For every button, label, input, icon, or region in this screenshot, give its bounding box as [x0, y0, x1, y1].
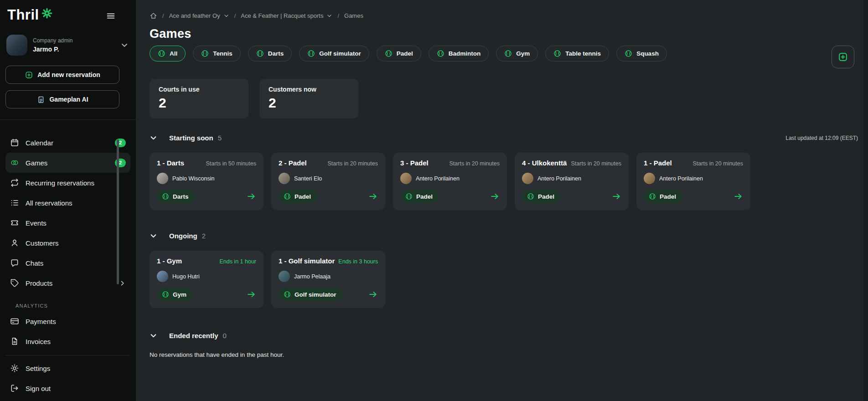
- stat-label: Customers now: [269, 86, 349, 93]
- breadcrumb-label: Games: [344, 12, 363, 19]
- sidebar-item-payments[interactable]: Payments: [5, 311, 130, 331]
- player-name: Antero Porilainen: [416, 175, 460, 182]
- sidebar-divider: [5, 355, 130, 355]
- tennis-ball-icon: [553, 50, 561, 57]
- filter-chip-label: Tennis: [213, 50, 232, 57]
- reservation-card[interactable]: 1 - Padel Starts in 20 minutes Antero Po…: [636, 153, 750, 210]
- avatar: [400, 173, 412, 184]
- filter-chip-table-tennis[interactable]: Table tennis: [545, 46, 609, 62]
- filter-chip-tennis[interactable]: Tennis: [193, 46, 241, 62]
- reservation-card[interactable]: 3 - Padel Starts in 20 minutes Antero Po…: [393, 153, 507, 210]
- tag-icon: [10, 278, 19, 288]
- sidebar-item-settings[interactable]: Settings: [5, 358, 130, 378]
- brand-logo[interactable]: Thril: [7, 7, 53, 23]
- section-count: 5: [218, 134, 222, 142]
- filter-chip-darts[interactable]: Darts: [248, 46, 292, 62]
- reservation-card[interactable]: 1 - Golf simulator Ends in 3 hours Jarmo…: [271, 251, 385, 308]
- sidebar-item-label: Products: [26, 279, 52, 287]
- analytics-section-label: ANALYTICS: [16, 303, 130, 308]
- home-icon[interactable]: [150, 12, 157, 20]
- rings-icon: [10, 158, 19, 167]
- sidebar-item-products[interactable]: Products: [5, 273, 130, 293]
- section-title: Starting soon: [169, 134, 213, 142]
- avatar: [6, 35, 27, 56]
- sidebar-item-label: Settings: [26, 365, 50, 372]
- breadcrumb-current[interactable]: Games: [344, 12, 363, 19]
- reservation-card[interactable]: 2 - Padel Starts in 20 minutes Santeri E…: [271, 153, 385, 210]
- arrow-right-icon[interactable]: [368, 191, 378, 201]
- sidebar-item-sign-out[interactable]: Sign out: [5, 378, 130, 398]
- breadcrumb-separator: /: [337, 12, 339, 19]
- sidebar-item-label: Invoices: [26, 338, 51, 345]
- add-game-button[interactable]: [832, 46, 854, 68]
- sidebar-scrollbar[interactable]: [117, 139, 119, 284]
- sidebar-item-label: All reservations: [26, 199, 72, 207]
- tennis-ball-icon: [284, 291, 291, 298]
- sidebar-item-games[interactable]: Games 2: [5, 153, 130, 173]
- filter-chip-label: Table tennis: [565, 50, 601, 57]
- chevron-down-icon: [326, 13, 332, 19]
- tennis-ball-icon: [437, 50, 444, 57]
- filter-chip-squash[interactable]: Squash: [616, 46, 667, 62]
- chevron-down-icon[interactable]: [150, 134, 157, 142]
- sidebar-item-invoices[interactable]: Invoices: [5, 331, 130, 351]
- end-time-text: Ends in 1 hour: [219, 258, 256, 265]
- player-name: Antero Porilainen: [659, 175, 703, 182]
- arrow-right-icon[interactable]: [246, 289, 256, 299]
- player-name: Jarmo Pelaaja: [294, 273, 331, 280]
- tennis-ball-icon: [158, 50, 165, 57]
- sidebar-item-label: Chats: [26, 259, 43, 267]
- filter-chip-golf-simulator[interactable]: Golf simulator: [299, 46, 369, 62]
- sidebar-item-chats[interactable]: Chats: [5, 253, 130, 273]
- start-time-text: Starts in 20 minutes: [450, 160, 500, 167]
- sport-label: Padel: [416, 193, 433, 200]
- filter-chip-badminton[interactable]: Badminton: [429, 46, 489, 62]
- sport-label: Golf simulator: [294, 291, 336, 298]
- filter-chip-all[interactable]: All: [150, 46, 186, 62]
- ticket-icon: [10, 218, 19, 227]
- stat-value: 2: [269, 95, 349, 111]
- arrow-right-icon[interactable]: [246, 191, 256, 201]
- last-updated-text: Last updated at 12:09 (EEST): [785, 135, 858, 141]
- main-content: / Ace and feather Oy / Ace & Feather | R…: [136, 0, 868, 401]
- chevron-right-icon: [119, 280, 126, 287]
- sport-pill: Padel: [522, 190, 561, 203]
- court-title: 1 - Padel: [644, 159, 672, 167]
- sidebar-item-label: Customers: [26, 239, 59, 247]
- reservation-card[interactable]: 4 - Ulkokenttä Starts in 20 minutes Ante…: [515, 153, 629, 210]
- sidebar-item-all-reservations[interactable]: All reservations: [5, 193, 130, 213]
- chevron-down-icon[interactable]: [150, 332, 157, 339]
- user-profile[interactable]: Company admin Jarmo P.: [6, 35, 129, 56]
- sport-filter-chips: All Tennis Darts Golf simulator Padel Ba…: [150, 46, 854, 62]
- add-new-reservation-label: Add new reservation: [37, 71, 100, 78]
- sidebar-item-customers[interactable]: Customers: [5, 233, 130, 253]
- hamburger-menu-icon[interactable]: [106, 11, 116, 21]
- reservation-card[interactable]: 1 - Gym Ends in 1 hour Hugo Hutri Gym: [150, 251, 264, 308]
- reservation-card[interactable]: 1 - Darts Starts in 50 minutes Pablo Wis…: [150, 153, 264, 210]
- breadcrumb-company[interactable]: Ace and feather Oy: [169, 12, 229, 19]
- arrow-right-icon[interactable]: [611, 191, 621, 201]
- credit-card-icon: [10, 317, 19, 326]
- arrow-right-icon[interactable]: [368, 289, 378, 299]
- player-name: Hugo Hutri: [172, 273, 200, 280]
- filter-chip-padel[interactable]: Padel: [377, 46, 421, 62]
- sidebar-divider: [0, 119, 136, 120]
- tennis-ball-icon: [625, 50, 632, 57]
- start-time-text: Starts in 20 minutes: [328, 160, 378, 167]
- tennis-ball-icon: [649, 193, 656, 200]
- court-title: 1 - Golf simulator: [279, 257, 335, 265]
- sidebar-item-calendar[interactable]: Calendar 2: [5, 133, 130, 153]
- gameplan-ai-button[interactable]: Gameplan AI: [5, 90, 119, 108]
- breadcrumb-venue[interactable]: Ace & Feather | Racquet sports: [241, 12, 332, 19]
- filter-chip-label: Golf simulator: [319, 50, 361, 57]
- arrow-right-icon[interactable]: [733, 191, 743, 201]
- page-scrollbar[interactable]: [863, 0, 868, 401]
- sidebar-item-events[interactable]: Events: [5, 213, 130, 233]
- add-new-reservation-button[interactable]: Add new reservation: [5, 66, 119, 84]
- court-title: 2 - Padel: [279, 159, 307, 167]
- filter-chip-gym[interactable]: Gym: [496, 46, 538, 62]
- arrow-right-icon[interactable]: [490, 191, 500, 201]
- sidebar-item-recurring-reservations[interactable]: Recurring reservations: [5, 173, 130, 193]
- chevron-down-icon[interactable]: [150, 232, 157, 240]
- chevron-down-icon: [223, 13, 229, 19]
